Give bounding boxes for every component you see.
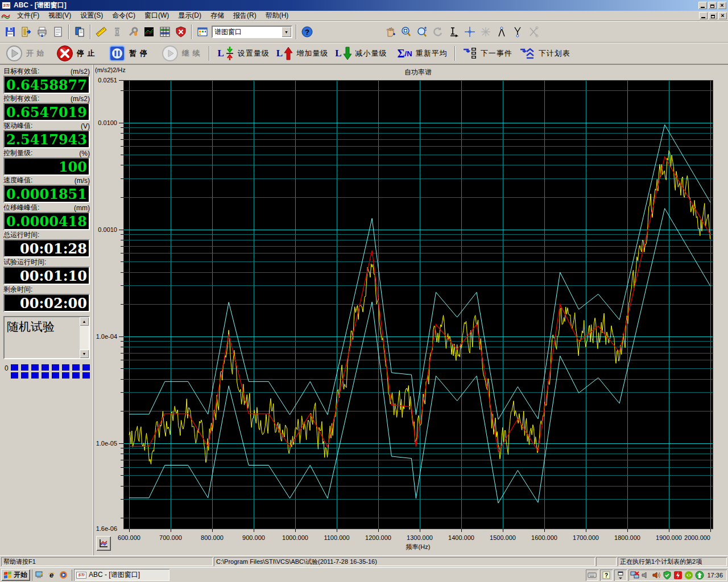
remaining-time-value: 00:02:00 — [3, 294, 90, 312]
show-desktop-button[interactable] — [35, 570, 44, 580]
update-icon[interactable] — [695, 571, 704, 580]
menu-report[interactable]: 报告(R) — [229, 10, 261, 21]
caliper-y-button[interactable] — [510, 24, 526, 40]
y-tick-label: 1.0e-04 — [96, 333, 117, 340]
readout-test-run-time: 试验运行时间:00:01:10 — [3, 258, 90, 285]
scroll-down-button[interactable]: ▼ — [80, 350, 89, 358]
pause-button[interactable]: 暂 停 — [105, 44, 151, 63]
clamp-icon — [111, 26, 123, 38]
media-player-button[interactable] — [59, 570, 68, 580]
window-layout-button[interactable] — [195, 24, 210, 40]
continue-button[interactable]: 继 续 — [158, 44, 204, 63]
child-minimize-button[interactable] — [699, 12, 708, 19]
internet-explorer-button[interactable]: e — [47, 570, 56, 580]
setup-tools-button[interactable] — [125, 24, 141, 40]
close-button[interactable]: × — [718, 2, 726, 9]
star-cursor-button[interactable] — [478, 24, 494, 40]
print-button[interactable] — [34, 24, 50, 40]
tray-icons-cell: 17:36 — [628, 569, 727, 581]
status-help: 帮助请按F1 — [1, 557, 213, 566]
graph-window-button[interactable] — [141, 24, 157, 40]
readout-remaining-time: 剩余时间:00:02:00 — [3, 285, 90, 312]
child-restore-button[interactable] — [709, 12, 717, 19]
scroll-up-button[interactable]: ▲ — [80, 317, 89, 326]
readout-unit: (m/s2) — [71, 95, 90, 103]
x-tick-label: 1100.000 — [324, 534, 349, 541]
audio-device-icon[interactable] — [641, 571, 650, 580]
readout-unit: (V) — [81, 122, 90, 130]
app-icon[interactable]: STI — [2, 2, 11, 9]
data-table-button[interactable] — [157, 24, 173, 40]
stop-button[interactable]: 停 止 — [53, 44, 99, 63]
help-button[interactable]: ? — [299, 24, 315, 40]
indicator-led — [31, 364, 39, 371]
menu-window[interactable]: 窗口(W) — [140, 10, 173, 21]
taskbar-task-button[interactable]: STI ABC - [谱图窗口] — [74, 569, 169, 581]
menu-view[interactable]: 视图(V) — [44, 10, 76, 21]
nvidia-icon[interactable] — [684, 571, 693, 580]
zoom-scale-button[interactable] — [414, 24, 430, 40]
copy-button[interactable] — [72, 24, 88, 40]
measure-button[interactable] — [93, 24, 109, 40]
save-button[interactable] — [2, 24, 18, 40]
zoom-box-button[interactable] — [398, 24, 414, 40]
status-bar: 帮助请按F1 C:\Program Files\STI\VCS\ABC\试验(2… — [0, 555, 728, 567]
fixture-button[interactable] — [109, 24, 125, 40]
increase-level-button[interactable]: L 增加量级 — [273, 44, 332, 63]
ruler-icon — [96, 26, 107, 38]
exit-button[interactable] — [18, 24, 34, 40]
decrease-level-button[interactable]: L 减小量级 — [332, 44, 390, 63]
crosshair-icon — [464, 26, 476, 38]
help-tray-cell[interactable]: ? — [600, 569, 613, 581]
security-app-icon[interactable] — [673, 571, 682, 580]
rotate-icon — [432, 26, 444, 38]
axis-measure-button[interactable] — [446, 24, 462, 40]
next-schedule-button[interactable]: 下计划表 — [516, 44, 574, 63]
plot-settings-button[interactable] — [96, 536, 111, 551]
x-tick-label: 1700.000 — [573, 534, 599, 541]
child-close-button[interactable]: × — [718, 12, 727, 19]
x-tick-label: 900.000 — [242, 534, 265, 541]
cut-cursor-button[interactable] — [526, 24, 541, 40]
crosshair-cursor-button[interactable] — [462, 24, 478, 40]
next-event-button[interactable]: 下一事件 — [459, 44, 516, 63]
readout-displacement-pp: 位移峰峰值:(mm)0.0000418 — [3, 203, 90, 230]
x-tick-label: 800.000 — [201, 534, 224, 541]
pause-icon — [109, 45, 126, 62]
minimize-button[interactable] — [698, 2, 707, 9]
menu-storage[interactable]: 存储 — [206, 10, 229, 21]
menu-command[interactable]: 命令(C) — [107, 10, 140, 21]
indicator-led — [31, 372, 39, 379]
caliper-button[interactable] — [494, 24, 510, 40]
indicator-row-0 — [11, 364, 90, 371]
document-icon — [1, 12, 10, 20]
combo-dropdown-button[interactable]: ▼ — [282, 27, 291, 37]
reaverage-button[interactable]: Σ /N 重新平均 — [394, 44, 451, 63]
x-tick-label: 2000.000 — [684, 534, 710, 541]
network-disconnected-icon[interactable] — [630, 571, 639, 580]
svg-text:?: ? — [605, 572, 608, 579]
menu-file[interactable]: 文件(F) — [13, 10, 44, 21]
antivirus-shield-icon[interactable] — [663, 571, 672, 580]
input-method-cell[interactable] — [586, 569, 598, 581]
svg-text:e: e — [49, 571, 53, 579]
readout-control-rms: 控制有效值:(m/s2)0.6547019 — [3, 94, 90, 121]
set-level-button[interactable]: L 设置量级 — [214, 44, 273, 63]
menu-settings[interactable]: 设置(S) — [76, 10, 107, 21]
volume-icon[interactable] — [652, 571, 661, 580]
preview-button[interactable] — [50, 24, 66, 40]
indicator-led — [42, 364, 49, 371]
indicator-led — [82, 364, 90, 371]
safety-button[interactable] — [173, 24, 189, 40]
pan-button[interactable] — [382, 24, 398, 40]
toolbar-options-cell[interactable] — [614, 569, 627, 581]
test-name-scrollbar[interactable]: ▲ ▼ — [80, 317, 89, 358]
window-selector[interactable]: 谱图窗口 ▼ — [212, 26, 292, 38]
menu-help[interactable]: 帮助(H) — [261, 10, 293, 21]
refresh-button[interactable] — [430, 24, 446, 40]
restore-button[interactable] — [708, 2, 717, 9]
x-tick-label: 1200.000 — [365, 534, 391, 541]
start-button[interactable]: 开 始 — [2, 44, 48, 63]
menu-display[interactable]: 显示(D) — [173, 10, 206, 21]
start-menu-button[interactable]: 开始 — [1, 569, 30, 581]
